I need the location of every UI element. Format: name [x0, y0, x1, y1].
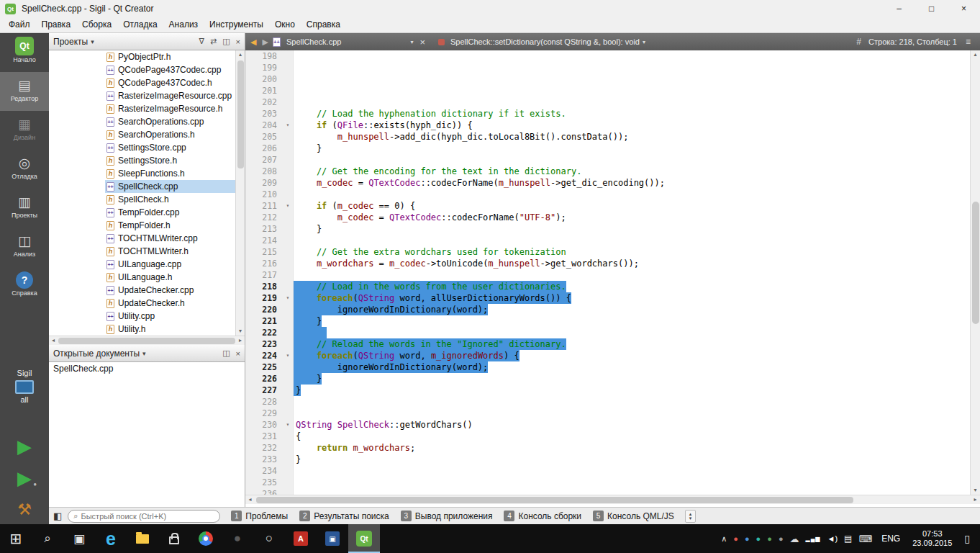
tree-item-tochtmlwriter-cpp[interactable]: ++TOCHTMLWriter.cpp: [49, 232, 235, 245]
chevron-down-icon[interactable]: ▾: [142, 350, 146, 357]
network-icon[interactable]: ▂▄▆: [806, 536, 821, 542]
kit-selector[interactable]: Sigil all: [0, 369, 49, 404]
close-document-button[interactable]: ×: [416, 37, 429, 48]
start-button[interactable]: ⊞: [0, 524, 32, 553]
tree-item-updatechecker-cpp[interactable]: ++UpdateChecker.cpp: [49, 284, 235, 297]
tree-item-searchoperations-h[interactable]: hSearchOperations.h: [49, 128, 235, 141]
tree-item-uilanguage-cpp[interactable]: ++UILanguage.cpp: [49, 258, 235, 271]
code-text[interactable]: }: [294, 385, 301, 396]
code-text[interactable]: [294, 235, 296, 246]
tree-item-utility-h[interactable]: hUtility.h: [49, 323, 235, 336]
app-icon-3[interactable]: ▣: [317, 524, 348, 553]
sync-with-editor-icon[interactable]: ⇄: [210, 37, 217, 46]
tray-chevron-icon[interactable]: ∧: [721, 534, 727, 544]
code-text[interactable]: // Reload the words in the "Ignored" dic…: [294, 338, 566, 350]
fold-marker-icon[interactable]: ▾: [283, 292, 294, 304]
code-text[interactable]: }: [294, 373, 322, 385]
language-indicator[interactable]: ENG: [879, 534, 903, 544]
quick-search-box[interactable]: ⌕: [68, 510, 220, 523]
tree-item-tempfolder-h[interactable]: hTempFolder.h: [49, 219, 235, 232]
fold-marker-icon[interactable]: ▾: [283, 200, 294, 212]
file-dropdown-icon[interactable]: ▾: [410, 39, 413, 45]
code-text[interactable]: ignoreWordInDictionary(word);: [294, 304, 488, 315]
output-pane-[interactable]: 4Консоль сборки: [499, 509, 586, 523]
menu-[interactable]: Отладка: [117, 17, 163, 32]
menu-[interactable]: Сборка: [76, 17, 117, 32]
mode-[interactable]: ▤Редактор: [0, 72, 49, 111]
maximize-button[interactable]: □: [915, 0, 948, 17]
scroll-left-icon[interactable]: ◂: [245, 495, 255, 504]
code-text[interactable]: }: [294, 223, 322, 235]
editor-horizontal-scrollbar[interactable]: ◂ ▸: [245, 495, 980, 504]
code-area[interactable]: 198199200201202203 // Load the hyphenati…: [245, 50, 970, 495]
tree-item-pyobjectptr-h[interactable]: hPyObjectPtr.h: [49, 50, 235, 63]
mode-[interactable]: ?Справка: [0, 266, 49, 305]
windows-store[interactable]: [158, 524, 190, 553]
symbol-dropdown-icon[interactable]: ▾: [643, 39, 645, 45]
tree-vertical-scrollbar[interactable]: ▴ ▾: [235, 50, 245, 336]
code-text[interactable]: [294, 62, 296, 73]
split-icon[interactable]: ◫: [222, 37, 230, 46]
scroll-up-icon[interactable]: ▴: [236, 50, 245, 59]
scroll-down-icon[interactable]: ▾: [971, 486, 980, 495]
menu-[interactable]: Файл: [3, 17, 36, 32]
code-text[interactable]: m_codec = QTextCodec::codecForName(m_hun…: [294, 177, 665, 189]
code-text[interactable]: m_hunspell->add_dic(hyph_dic.toLocal8Bit…: [294, 131, 628, 143]
code-text[interactable]: [294, 96, 296, 108]
output-pane-arrows[interactable]: ▴ ▾: [685, 510, 697, 523]
tray-app-gray-icon[interactable]: ●: [779, 534, 784, 543]
code-text[interactable]: // Get the encoding for the text in the …: [294, 166, 581, 177]
task-view-button[interactable]: ▣: [63, 524, 95, 553]
scroll-down-icon[interactable]: ▾: [236, 327, 245, 336]
line-column-toggle-icon[interactable]: #: [852, 37, 866, 47]
menu-[interactable]: Анализ: [163, 17, 204, 32]
tree-horizontal-scrollbar[interactable]: ◂ ▸: [49, 336, 245, 345]
app-icon-1[interactable]: ●: [222, 524, 253, 553]
output-pane-[interactable]: 1Проблемы: [226, 509, 293, 523]
menu-[interactable]: Правка: [36, 17, 77, 32]
code-text[interactable]: [294, 396, 296, 408]
mode-[interactable]: ◫Анализ: [0, 228, 49, 266]
code-text[interactable]: [294, 327, 327, 338]
open-documents-dropdown[interactable]: Открытые документы: [53, 349, 140, 359]
code-text[interactable]: [294, 154, 296, 166]
tree-item-spellcheck-cpp[interactable]: ++SpellCheck.cpp: [49, 180, 235, 193]
tray-app-blue-icon[interactable]: ●: [745, 534, 750, 543]
close-button[interactable]: ×: [948, 0, 980, 17]
output-pane-[interactable]: 3Вывод приложения: [396, 509, 498, 523]
file-explorer[interactable]: [127, 524, 158, 553]
taskbar-search-button[interactable]: ⌕: [32, 524, 63, 553]
chrome-browser[interactable]: [190, 524, 222, 553]
editor-vertical-scrollbar[interactable]: ▴ ▾: [970, 50, 980, 495]
tree-hscrollbar-thumb[interactable]: [58, 338, 235, 344]
tree-item-uilanguage-h[interactable]: hUILanguage.h: [49, 271, 235, 284]
code-text[interactable]: // Get the extra wordchars used for toke…: [294, 246, 566, 258]
scroll-right-icon[interactable]: ▸: [971, 495, 980, 504]
tree-item-spellcheck-h[interactable]: hSpellCheck.h: [49, 193, 235, 206]
code-text[interactable]: return m_wordchars;: [294, 442, 415, 454]
code-text[interactable]: // Load in the words from the user dicti…: [294, 281, 566, 292]
edge-browser[interactable]: e: [95, 524, 127, 553]
editor-hscrollbar-thumb[interactable]: [256, 497, 853, 503]
tree-item-settingsstore-h[interactable]: hSettingsStore.h: [49, 154, 235, 167]
code-text[interactable]: }: [294, 143, 322, 154]
clock[interactable]: 07:53 23.09.2015: [909, 529, 955, 548]
qt-creator[interactable]: Qt: [348, 524, 380, 553]
message-icon[interactable]: ▤: [844, 534, 852, 544]
open-document-spellcheck-cpp[interactable]: SpellCheck.cpp: [49, 362, 245, 376]
notification-center-icon[interactable]: ▯: [961, 533, 976, 544]
keyboard-icon[interactable]: ⌨: [858, 534, 872, 544]
run-button[interactable]: ▶: [0, 431, 49, 462]
tree-scrollbar-thumb[interactable]: [237, 60, 244, 168]
code-text[interactable]: QString SpellCheck::getWordChars(): [294, 419, 473, 431]
code-text[interactable]: [294, 85, 296, 96]
scroll-right-icon[interactable]: ▸: [236, 336, 245, 345]
tree-item-rasterizeimageresource-cpp[interactable]: ++RasterizeImageResource.cpp: [49, 89, 235, 102]
fold-marker-icon[interactable]: ▾: [283, 120, 294, 131]
menu-[interactable]: Инструменты: [204, 17, 269, 32]
code-text[interactable]: [294, 50, 296, 62]
symbol-selector[interactable]: SpellCheck::setDictionary(const QString …: [450, 37, 640, 46]
editor-scrollbar-thumb[interactable]: [972, 202, 979, 324]
code-text[interactable]: [294, 408, 296, 419]
projects-dropdown[interactable]: Проекты: [53, 37, 88, 47]
